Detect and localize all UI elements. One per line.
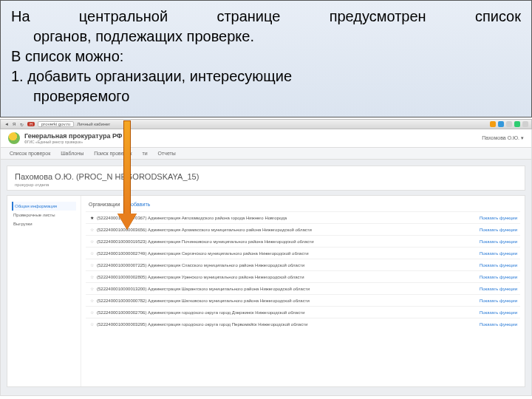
- org-name: (5222400010000170367) Администрация Авто…: [97, 216, 474, 220]
- org-name: (5222400010000002706) Администрация горо…: [97, 310, 474, 315]
- org-row[interactable]: ☆(5222400010000002749) Администрация Сер…: [86, 247, 520, 259]
- org-row[interactable]: ☆(5222400010000019523) Администрация Поч…: [86, 235, 520, 247]
- callout-line-1: На центральной странице предусмотрен спи…: [11, 7, 521, 27]
- star-icon[interactable]: ☆: [89, 310, 95, 315]
- main-menu: Список проверок Шаблоны Поиск проверок т…: [0, 148, 532, 160]
- org-panel-header: Организации Добавить: [86, 200, 520, 211]
- org-name: (5222400010000013200) Администрация Шара…: [97, 287, 474, 291]
- show-functions-link[interactable]: Показать функции: [480, 239, 517, 244]
- star-icon[interactable]: ☆: [89, 250, 95, 256]
- menu-templates[interactable]: Шаблоны: [61, 151, 83, 156]
- content-area: Пахомова О.Ю. (PROC_N HEGORODSKAYA_15) п…: [0, 160, 532, 396]
- org-row[interactable]: ☆(5222400010000003656) Администрация Арз…: [86, 223, 520, 235]
- profile-card: Пахомова О.Ю. (PROC_N HEGORODSKAYA_15) п…: [7, 166, 525, 191]
- callout-line-2: органов, подлежащих проверке.: [11, 27, 521, 47]
- show-functions-link[interactable]: Показать функции: [480, 299, 517, 303]
- instruction-callout: На центральной странице предусмотрен спи…: [0, 0, 532, 117]
- site-badge: Н: [27, 122, 35, 126]
- sidenav-exports[interactable]: Выгрузки: [12, 219, 76, 228]
- show-functions-link[interactable]: Показать функции: [480, 322, 517, 327]
- ext-icon-2[interactable]: [498, 121, 504, 127]
- side-nav: Общая информация Проверочные листы Выгру…: [7, 196, 81, 386]
- menu-reports[interactable]: Отчеты: [158, 151, 176, 156]
- emblem-icon: [8, 132, 20, 144]
- org-name: (5222400010000000782) Администрация Шатк…: [97, 299, 474, 303]
- address-url[interactable]: proverki.gov.ru: [38, 121, 74, 127]
- org-panel: Организации Добавить ★(52224000100001703…: [81, 196, 525, 386]
- org-label: Организации: [89, 202, 120, 207]
- show-functions-link[interactable]: Показать функции: [480, 275, 517, 279]
- header-title: Генеральная прокуратура РФ: [24, 132, 122, 140]
- show-functions-link[interactable]: Показать функции: [480, 287, 517, 291]
- org-name: (5222400010000003656) Администрация Арза…: [97, 228, 474, 232]
- org-row[interactable]: ★(5222400010000170367) Администрация Авт…: [86, 211, 520, 223]
- sidenav-checklists[interactable]: Проверочные листы: [12, 211, 76, 219]
- callout-line-3: В список можно:: [11, 47, 521, 66]
- star-icon[interactable]: ★: [89, 215, 95, 220]
- main-card: Общая информация Проверочные листы Выгру…: [7, 195, 525, 387]
- callout-line-4: 1. добавить организации, интересующие: [11, 66, 521, 86]
- ext-icon-1[interactable]: [490, 121, 496, 127]
- star-icon[interactable]: ☆: [89, 274, 95, 279]
- yandex-icon[interactable]: Я: [13, 122, 16, 126]
- org-name: (5222400010000002749) Администрация Серг…: [97, 251, 474, 256]
- show-functions-link[interactable]: Показать функции: [480, 228, 517, 232]
- org-row[interactable]: ☆(5222400010000003295) Администрация гор…: [86, 318, 520, 330]
- browser-toolbar: ◄ Я ↻ Н proverki.gov.ru Личный кабинет: [0, 119, 532, 129]
- show-functions-link[interactable]: Показать функции: [480, 263, 517, 267]
- callout-line-5: проверяемого: [11, 86, 521, 106]
- star-icon[interactable]: ☆: [89, 298, 95, 303]
- sidenav-general[interactable]: Общая информация: [12, 202, 76, 211]
- tab-title: Личный кабинет: [77, 122, 110, 126]
- star-icon[interactable]: ☆: [89, 321, 95, 327]
- menu-checks-list[interactable]: Список проверок: [10, 151, 50, 156]
- forward-icon[interactable]: ↻: [18, 121, 24, 127]
- star-icon[interactable]: ☆: [89, 227, 95, 232]
- profile-role: прокурор отдела: [15, 183, 517, 187]
- org-row[interactable]: ☆(5222400010000002706) Администрация гор…: [86, 306, 520, 318]
- show-functions-link[interactable]: Показать функции: [480, 251, 517, 256]
- org-name: (5222400010000019523) Администрация Почи…: [97, 239, 474, 244]
- header-subtitle: ФГИС «Единый реестр проверок»: [24, 140, 122, 144]
- app-header: Генеральная прокуратура РФ ФГИС «Единый …: [0, 129, 532, 148]
- menu-truncated[interactable]: ти: [142, 151, 147, 156]
- org-name: (5222400010000002805) Администрация Урен…: [97, 275, 474, 279]
- org-name: (5222400010000007225) Администрация Спас…: [97, 263, 474, 267]
- org-row[interactable]: ☆(5222400010000013200) Администрация Шар…: [86, 282, 520, 294]
- org-list: ★(5222400010000170367) Администрация Авт…: [86, 211, 520, 330]
- show-functions-link[interactable]: Показать функции: [480, 216, 517, 220]
- menu-search[interactable]: Поиск проверок: [94, 151, 132, 156]
- org-row[interactable]: ☆(5222400010000007225) Администрация Спа…: [86, 259, 520, 270]
- screenshot-region: ◄ Я ↻ Н proverki.gov.ru Личный кабинет Г…: [0, 119, 532, 396]
- show-functions-link[interactable]: Показать функции: [480, 310, 517, 315]
- toolbar-right: [490, 121, 528, 127]
- star-icon[interactable]: ☆: [89, 286, 95, 291]
- star-icon[interactable]: ☆: [89, 239, 95, 244]
- ext-icon-4[interactable]: [514, 121, 520, 127]
- header-text: Генеральная прокуратура РФ ФГИС «Единый …: [24, 132, 122, 144]
- star-icon[interactable]: ☆: [89, 262, 95, 267]
- back-button[interactable]: ◄: [4, 121, 10, 127]
- org-name: (5222400010000003295) Администрация горо…: [97, 322, 474, 327]
- add-org-link[interactable]: Добавить: [127, 202, 150, 207]
- user-menu[interactable]: Пахомова О.Ю. ▾: [482, 135, 524, 141]
- org-row[interactable]: ☆(5222400010000002805) Администрация Уре…: [86, 270, 520, 282]
- org-row[interactable]: ☆(5222400010000000782) Администрация Шат…: [86, 294, 520, 306]
- ext-icon-5[interactable]: [522, 121, 528, 127]
- profile-name: Пахомова О.Ю. (PROC_N HEGORODSKAYA_15): [15, 172, 517, 181]
- ext-icon-3[interactable]: [506, 121, 512, 127]
